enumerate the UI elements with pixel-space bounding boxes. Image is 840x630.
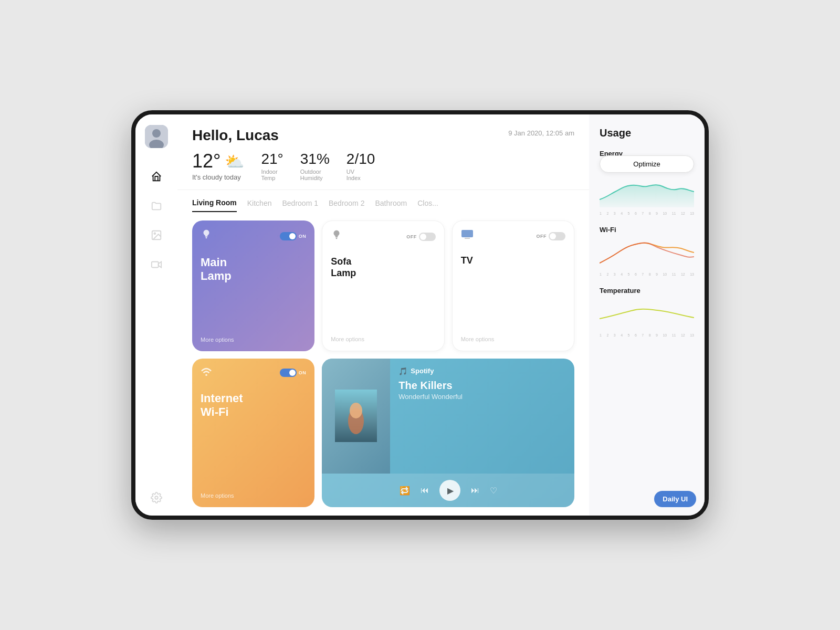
optimize-button[interactable]: Optimize <box>600 155 694 173</box>
play-button[interactable]: ▶ <box>439 480 460 501</box>
weather-icon: ⛅ <box>225 152 244 171</box>
card-header: OFF <box>461 229 565 243</box>
svg-rect-5 <box>152 262 159 268</box>
spotify-controls: 🔁 ⏮ ▶ ⏭ ♡ <box>322 474 574 507</box>
svg-point-4 <box>154 233 155 234</box>
home-icon[interactable] <box>149 169 164 184</box>
spotify-logo-icon: 🎵 <box>398 367 407 375</box>
temp-value: 12° <box>192 150 220 172</box>
svg-rect-7 <box>461 230 473 237</box>
settings-icon[interactable] <box>149 490 164 505</box>
weather-description: It's cloudy today <box>192 173 244 181</box>
wifi-toggle[interactable]: ON <box>280 369 307 377</box>
avatar[interactable] <box>145 125 168 148</box>
card-header: OFF <box>331 229 435 244</box>
header: Hello, Lucas 9 Jan 2020, 12:05 am 12° ⛅ … <box>177 114 589 190</box>
rewind-button[interactable]: ⏮ <box>421 486 429 495</box>
energy-chart <box>600 176 694 207</box>
tab-bedroom2[interactable]: Bedroom 2 <box>329 199 364 212</box>
main-lamp-toggle[interactable]: ON <box>280 232 307 240</box>
video-icon[interactable] <box>149 257 164 272</box>
tv-name: TV <box>461 255 565 267</box>
uv-index-stat: 2/10 UVIndex <box>346 151 375 181</box>
temperature-chart-section: Temperature 123 456 789 101112 13 <box>600 287 694 337</box>
spotify-brand-text: Spotify <box>411 367 434 375</box>
room-tabs: Living Room Kitchen Bedroom 1 Bedroom 2 … <box>177 190 589 212</box>
tab-living-room[interactable]: Living Room <box>192 198 237 212</box>
fast-forward-button[interactable]: ⏭ <box>471 486 479 495</box>
spotify-brand: 🎵 Spotify <box>398 367 566 375</box>
spotify-artist: Wonderful Wonderful <box>398 393 566 401</box>
wifi-chart <box>600 237 694 268</box>
wifi-x-labels: 123 456 789 101112 13 <box>600 272 694 276</box>
tab-closet[interactable]: Clos... <box>417 199 438 212</box>
sofa-lamp-more-options[interactable]: More options <box>331 330 435 342</box>
humidity-stat: 31% OutdoorHumidity <box>300 151 330 181</box>
indoor-temp-stat: 21° IndoorTemp <box>261 151 283 181</box>
spotify-card: 🎵 Spotify The Killers Wonderful Wonderfu… <box>322 359 574 507</box>
greeting: Hello, Lucas <box>192 127 279 144</box>
svg-rect-8 <box>465 238 470 239</box>
main-content: Hello, Lucas 9 Jan 2020, 12:05 am 12° ⛅ … <box>177 114 589 516</box>
spotify-track: The Killers <box>398 380 566 392</box>
temperature-x-labels: 123 456 789 101112 13 <box>600 333 694 337</box>
temperature-chart <box>600 298 694 329</box>
tv-more-options[interactable]: More options <box>461 330 565 342</box>
tab-bedroom1[interactable]: Bedroom 1 <box>282 199 318 212</box>
main-lamp-more-options[interactable]: More options <box>201 330 306 343</box>
sofa-lamp-icon <box>331 229 342 244</box>
wifi-name: InternetWi-Fi <box>201 392 306 419</box>
spotify-top: 🎵 Spotify The Killers Wonderful Wonderfu… <box>322 359 574 474</box>
svg-point-13 <box>350 403 362 418</box>
sidebar <box>135 114 177 516</box>
daily-ui-badge: Daily UI <box>654 491 696 507</box>
lamp-icon <box>201 229 212 243</box>
tv-card: OFF TV More options <box>452 220 574 351</box>
svg-point-1 <box>152 129 161 138</box>
sofa-lamp-name: SofaLamp <box>331 256 435 279</box>
wifi-chart-section: Wi-Fi 123 456 789 101112 13 <box>600 226 694 276</box>
tv-toggle[interactable]: OFF <box>536 232 565 240</box>
usage-title: Usage <box>600 127 694 139</box>
card-header: ON <box>201 367 306 379</box>
right-panel: Usage Energy Optimize 123 <box>589 114 705 516</box>
weather-main: 12° ⛅ It's cloudy today <box>192 150 244 181</box>
like-button[interactable]: ♡ <box>490 486 497 496</box>
energy-x-labels: 123 456 789 101112 13 <box>600 212 694 215</box>
card-header: ON <box>201 229 306 243</box>
wifi-card: ON InternetWi-Fi More options <box>192 359 314 507</box>
tablet-frame: Hello, Lucas 9 Jan 2020, 12:05 am 12° ⛅ … <box>131 110 709 520</box>
sofa-lamp-toggle[interactable]: OFF <box>406 233 436 241</box>
sofa-lamp-card: OFF SofaLamp More options <box>322 220 444 351</box>
weather-temp: 12° ⛅ <box>192 150 244 172</box>
energy-chart-section: Energy Optimize 123 456 789 <box>600 150 694 215</box>
folder-icon[interactable] <box>149 198 164 213</box>
wifi-chart-label: Wi-Fi <box>600 226 694 234</box>
tab-kitchen[interactable]: Kitchen <box>247 199 272 212</box>
wifi-icon <box>201 367 212 379</box>
svg-point-9 <box>205 374 207 376</box>
spotify-inner: 🎵 Spotify The Killers Wonderful Wonderfu… <box>322 359 574 507</box>
weather-row: 12° ⛅ It's cloudy today 21° IndoorTemp 3… <box>192 150 574 181</box>
image-icon[interactable] <box>149 228 164 243</box>
spotify-album-art <box>322 359 390 474</box>
datetime: 9 Jan 2020, 12:05 am <box>508 129 574 137</box>
main-lamp-card: ON MainLamp More options <box>192 220 314 351</box>
devices-grid: ON MainLamp More options OFF <box>177 212 589 516</box>
tv-icon <box>461 229 474 243</box>
tab-bathroom[interactable]: Bathroom <box>375 199 407 212</box>
wifi-more-options[interactable]: More options <box>201 486 306 499</box>
main-lamp-name: MainLamp <box>201 256 306 284</box>
spotify-info: 🎵 Spotify The Killers Wonderful Wonderfu… <box>390 359 574 474</box>
sidebar-nav <box>149 169 164 475</box>
repeat-button[interactable]: 🔁 <box>400 486 410 496</box>
temperature-label: Temperature <box>600 287 694 295</box>
svg-point-6 <box>155 496 158 499</box>
